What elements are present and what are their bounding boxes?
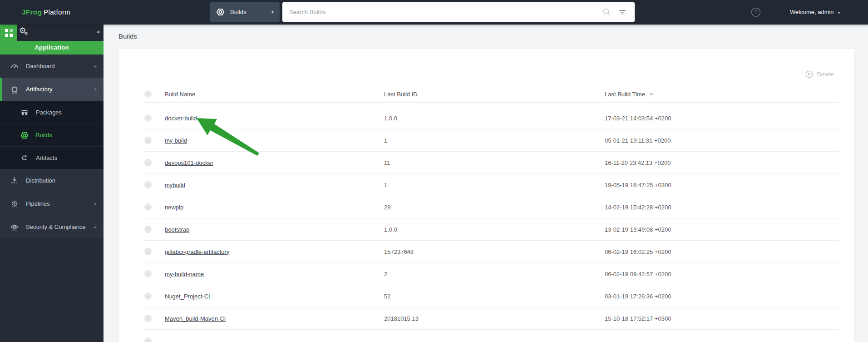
builds-card: Delete Build Name Last Build ID Last Bui… (118, 49, 854, 342)
sidebar-item-dashboard[interactable]: Dashboard ▸ (0, 55, 104, 78)
sort-chevron-down-icon (649, 93, 654, 95)
delete-button-label: Delete (817, 71, 834, 78)
build-name-link[interactable]: my-build-name (165, 271, 204, 278)
sidebar-menu: Dashboard ▸ Artifactory ▾ Packages (0, 55, 104, 238)
apps-grid-icon (5, 29, 13, 37)
build-name-link[interactable]: docker-build (165, 115, 197, 122)
table-row[interactable]: gitlabci-gradle-artifactory 157237648 06… (144, 241, 839, 263)
table-row-partial[interactable] (144, 330, 839, 342)
row-select-circle-icon[interactable] (144, 226, 165, 233)
sidebar-icon-bar: ⚙⚙ ◀ (0, 25, 104, 41)
delete-button[interactable]: Delete (805, 70, 834, 78)
last-build-id: 1.0.0 (384, 115, 605, 122)
sidebar-item-distribution[interactable]: Distribution (0, 169, 104, 192)
search-input[interactable] (282, 2, 635, 22)
table-row[interactable]: docker-build 1.0.0 17-03-21 14:03:54 +02… (144, 107, 839, 129)
builds-table: Build Name Last Build ID Last Build Time… (144, 85, 839, 342)
column-header-last-build-time[interactable]: Last Build Time (605, 91, 839, 98)
chevron-right-icon: ▸ (94, 224, 97, 229)
table-row[interactable]: my-build-name 2 06-02-19 09:42:57 +0200 (144, 263, 839, 285)
last-build-time: 19-05-19 16:47:25 +0300 (605, 182, 839, 188)
build-name-link[interactable]: my-build (165, 137, 187, 144)
chevron-right-icon: ▸ (94, 201, 97, 206)
row-select-circle-icon[interactable] (144, 181, 165, 188)
row-select-circle-icon[interactable] (144, 270, 165, 278)
sidebar-item-packages[interactable]: Packages (0, 101, 104, 124)
sidebar-item-security-compliance[interactable]: Security & Compliance ▸ (0, 215, 104, 238)
select-all-circle-icon[interactable] (144, 90, 165, 98)
build-name-link[interactable]: gitlabci-gradle-artifactory (165, 248, 229, 255)
sidebar-section-application: Application (0, 41, 104, 55)
sidebar-item-artifacts[interactable]: Artifacts (0, 146, 104, 169)
security-eye-icon (10, 223, 19, 232)
dashboard-gauge-icon (10, 62, 19, 71)
build-name-link[interactable]: newpip (165, 204, 183, 211)
column-header-build-name[interactable]: Build Name (165, 91, 384, 98)
jfrog-platform-logo[interactable]: JFrogPlatform (22, 0, 70, 25)
table-body: docker-build 1.0.0 17-03-21 14:03:54 +02… (144, 103, 839, 342)
sidebar-item-label: Distribution (26, 177, 55, 184)
row-select-circle-icon[interactable] (144, 114, 165, 122)
filter-icon[interactable] (618, 8, 626, 16)
row-select-circle-icon[interactable] (144, 292, 165, 300)
chevron-down-icon: ▾ (94, 87, 97, 92)
build-name-link[interactable]: devops101-docker (165, 159, 213, 166)
sidebar-item-label: Builds (36, 132, 52, 139)
last-build-id: 29 (384, 204, 605, 211)
column-header-last-build-id[interactable]: Last Build ID (384, 91, 605, 98)
logo-brand: JFrog (22, 8, 42, 16)
packages-box-icon (20, 108, 29, 116)
scope-selector-label: Builds (230, 9, 246, 15)
table-row[interactable]: mybuild 1 19-05-19 16:47:25 +0300 (144, 174, 839, 196)
sidebar: ⚙⚙ ◀ Application Dashboard ▸ Artifactory… (0, 25, 104, 342)
last-build-id: 52 (384, 293, 605, 300)
table-row[interactable]: bootstrap 1.0.0 13-02-19 13:49:08 +0200 (144, 218, 839, 241)
row-select-circle-icon[interactable] (144, 159, 165, 166)
scope-selector-dropdown[interactable]: Builds ▾ (210, 2, 280, 22)
search-box (282, 2, 635, 22)
table-row[interactable]: Nuget_Project-CI 52 03-01-19 17:26:36 +0… (144, 285, 839, 307)
table-row[interactable]: newpip 29 14-02-19 15:42:28 +0200 (144, 196, 839, 218)
last-build-time: 17-03-21 14:03:54 +0200 (605, 115, 839, 122)
row-select-circle-icon[interactable] (144, 248, 165, 255)
row-select-circle-icon[interactable] (144, 203, 165, 211)
row-select-circle-icon[interactable] (144, 315, 165, 322)
build-name-link[interactable]: mybuild (165, 182, 185, 188)
sidebar-item-artifactory[interactable]: Artifactory ▾ (0, 78, 104, 101)
build-name-link[interactable]: Nuget_Project-CI (165, 293, 210, 300)
logo-product: Platform (44, 8, 70, 16)
last-build-id: 2 (384, 271, 605, 278)
artifacts-tree-icon (20, 154, 29, 162)
last-build-id: 1 (384, 182, 605, 188)
builds-nut-icon (20, 131, 29, 139)
build-name-link[interactable]: bootstrap (165, 226, 189, 233)
table-row[interactable]: devops101-docker 11 16-11-20 23:42:13 +0… (144, 152, 839, 174)
table-row[interactable]: my-build 1 05-01-21 19:11:31 +0200 (144, 129, 839, 152)
user-menu[interactable]: Welcome, admin▾ (790, 0, 840, 25)
sidebar-item-label: Artifactory (26, 86, 53, 93)
last-build-time: 13-02-19 13:49:08 +0200 (605, 226, 839, 233)
last-build-id: 157237648 (384, 248, 605, 255)
sidebar-item-pipelines[interactable]: Pipelines ▸ (0, 192, 104, 215)
table-row[interactable]: Maven_build-Maven-CI 20181015.13 15-10-1… (144, 307, 839, 330)
last-build-time: 14-02-19 15:42:28 +0200 (605, 204, 839, 211)
sidebar-item-label: Dashboard (26, 63, 55, 69)
circle-x-icon (805, 70, 813, 78)
row-select-circle-icon[interactable] (144, 337, 165, 342)
collapse-panel-icon[interactable]: ◀ (96, 30, 99, 34)
table-header-row: Build Name Last Build ID Last Build Time (144, 85, 839, 103)
last-build-id: 1.0.0 (384, 226, 605, 233)
apps-grid-button[interactable] (0, 25, 17, 41)
row-select-circle-icon[interactable] (144, 137, 165, 144)
search-icon[interactable] (602, 8, 611, 16)
sidebar-item-label: Packages (36, 109, 62, 116)
last-build-id: 11 (384, 159, 605, 166)
help-question-icon[interactable]: ? (750, 6, 762, 18)
main-content: Builds Delete Build Name Last Build ID L… (104, 25, 868, 342)
sidebar-item-builds[interactable]: Builds (0, 124, 104, 146)
build-name-link[interactable]: Maven_build-Maven-CI (165, 315, 226, 322)
distribution-download-icon (10, 176, 19, 185)
last-build-time: 03-01-19 17:26:36 +0200 (605, 293, 839, 300)
header-divider (772, 5, 772, 20)
settings-gears-icon[interactable]: ⚙⚙ (19, 26, 30, 35)
